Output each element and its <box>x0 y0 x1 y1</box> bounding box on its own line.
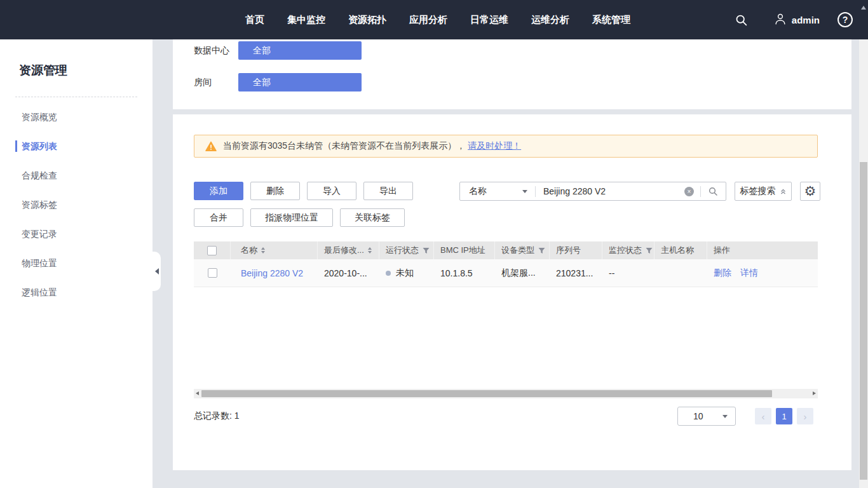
warning-icon <box>205 141 217 152</box>
datacenter-label: 数据中心 <box>194 45 238 57</box>
nav-item-central-monitoring[interactable]: 集中监控 <box>287 14 325 26</box>
toolbar-row-1: 添加 删除 导入 导出 <box>194 182 413 200</box>
sidebar-item-physical-location[interactable]: 物理位置 <box>0 248 153 278</box>
table-header: 名称 最后修改... 运行状态 BMC IP地址 设备类型 序列号 <box>194 241 818 259</box>
row-detail-link[interactable]: 详情 <box>740 268 758 279</box>
resource-name-link[interactable]: Beijing 2280 V2 <box>241 268 303 278</box>
search-category-value: 名称 <box>469 186 487 197</box>
horizontal-scrollbar[interactable] <box>194 389 818 398</box>
scroll-right-icon[interactable] <box>813 391 816 395</box>
sidebar-item-resource-tags[interactable]: 资源标签 <box>0 190 153 219</box>
filter-funnel-icon[interactable] <box>423 247 430 254</box>
search-input[interactable] <box>536 183 684 200</box>
th-device-type[interactable]: 设备类型 <box>495 241 550 259</box>
pagination: ‹ 1 › <box>755 408 813 424</box>
import-button[interactable]: 导入 <box>307 182 356 200</box>
filter-funnel-icon[interactable] <box>538 247 545 254</box>
cell-run-status: 未知 <box>379 268 434 279</box>
merge-button[interactable]: 合并 <box>194 208 243 227</box>
sort-icon[interactable] <box>261 247 265 254</box>
page-1-button[interactable]: 1 <box>776 408 792 424</box>
run-status-label: 未知 <box>396 268 414 279</box>
resource-list-panel: 当前资源有3035台未纳管（未纳管资源不在当前列表展示）， 请及时处理！ 添加 … <box>173 114 851 470</box>
sidebar-collapse-handle[interactable] <box>153 252 161 291</box>
chevron-down-icon <box>722 415 728 418</box>
datacenter-value-all[interactable]: 全部 <box>238 41 362 60</box>
th-bmc-ip: BMC IP地址 <box>434 241 495 259</box>
table-row: Beijing 2280 V2 2020-10-... 未知 10.1.8.5 … <box>194 259 818 287</box>
help-icon[interactable]: ? <box>837 12 853 27</box>
assign-physical-location-button[interactable]: 指派物理位置 <box>250 208 333 227</box>
user-menu[interactable]: admin <box>773 12 820 28</box>
cell-device-type: 机架服... <box>495 268 550 279</box>
th-select-all <box>194 241 231 259</box>
nav-item-app-analysis[interactable]: 应用分析 <box>409 14 447 26</box>
th-run-status[interactable]: 运行状态 <box>379 241 434 259</box>
sidebar: 资源管理 资源概览 资源列表 合规检查 资源标签 变更记录 物理位置 逻辑位置 <box>0 39 153 488</box>
nav-item-resource-topology[interactable]: 资源拓扑 <box>348 14 386 26</box>
gear-icon: ⚙ <box>804 185 817 198</box>
page-size-value: 10 <box>693 411 703 421</box>
search-divider-2 <box>700 186 701 197</box>
sidebar-item-compliance-check[interactable]: 合规检查 <box>0 161 153 190</box>
filter-funnel-icon[interactable] <box>646 247 653 254</box>
alert-handle-link[interactable]: 请及时处理！ <box>468 140 521 152</box>
row-checkbox[interactable] <box>208 268 217 278</box>
vertical-scrollbar-thumb[interactable] <box>860 162 867 480</box>
unmanaged-alert-banner: 当前资源有3035台未纳管（未纳管资源不在当前列表展示）， 请及时处理！ <box>194 135 818 158</box>
room-value-all[interactable]: 全部 <box>238 73 362 92</box>
filter-row-room: 房间 全部 <box>194 73 362 92</box>
alert-message: 当前资源有3035台未纳管（未纳管资源不在当前列表展示）， <box>223 140 465 152</box>
select-all-checkbox[interactable] <box>207 246 217 255</box>
collapse-left-icon <box>155 268 159 274</box>
scroll-up-icon[interactable] <box>861 6 866 10</box>
clear-search-icon[interactable]: × <box>684 187 694 196</box>
column-settings-button[interactable]: ⚙ <box>800 182 820 201</box>
total-records-label: 总记录数: 1 <box>194 410 240 422</box>
sidebar-title: 资源管理 <box>19 62 153 79</box>
search-submit-icon[interactable] <box>708 186 718 196</box>
nav-item-daily-operations[interactable]: 日常运维 <box>470 14 508 26</box>
sidebar-item-resource-list[interactable]: 资源列表 <box>0 132 153 161</box>
horizontal-scrollbar-thumb[interactable] <box>201 390 772 397</box>
filter-panel: 数据中心 全部 房间 全部 <box>173 39 851 109</box>
main-menu: 首页 集中监控 资源拓扑 应用分析 日常运维 运维分析 系统管理 <box>245 0 630 39</box>
page-size-select[interactable]: 10 <box>677 407 736 426</box>
sidebar-item-logical-location[interactable]: 逻辑位置 <box>0 278 153 307</box>
th-name[interactable]: 名称 <box>231 241 318 259</box>
scroll-left-icon[interactable] <box>196 391 199 395</box>
search-category-dropdown[interactable]: 名称 <box>460 186 535 197</box>
nav-item-system-management[interactable]: 系统管理 <box>592 14 630 26</box>
search-controls: 名称 × 标签搜索 ⚙ <box>459 182 820 201</box>
user-icon <box>773 12 787 28</box>
room-label: 房间 <box>194 77 238 88</box>
th-serial-number: 序列号 <box>550 241 602 259</box>
cell-select <box>194 268 231 278</box>
th-last-modified[interactable]: 最后修改... <box>318 241 379 259</box>
filter-row-datacenter: 数据中心 全部 <box>194 41 362 60</box>
global-search-icon[interactable] <box>735 13 748 27</box>
sort-icon[interactable] <box>368 247 372 254</box>
sidebar-divider <box>15 97 137 97</box>
double-chevron-up-icon <box>780 188 787 195</box>
link-tag-button[interactable]: 关联标签 <box>340 208 405 227</box>
sidebar-item-resource-overview[interactable]: 资源概览 <box>0 102 153 132</box>
add-button[interactable]: 添加 <box>194 182 243 200</box>
sidebar-menu: 资源概览 资源列表 合规检查 资源标签 变更记录 物理位置 逻辑位置 <box>0 102 153 307</box>
status-dot-icon <box>386 271 391 276</box>
search-box: 名称 × <box>459 182 726 201</box>
prev-page-button[interactable]: ‹ <box>755 408 771 424</box>
top-navbar: 首页 集中监控 资源拓扑 应用分析 日常运维 运维分析 系统管理 admin ? <box>0 0 868 39</box>
tag-search-button[interactable]: 标签搜索 <box>735 182 792 201</box>
th-monitor-status[interactable]: 监控状态 <box>602 241 654 259</box>
row-delete-link[interactable]: 删除 <box>714 268 731 279</box>
nav-item-home[interactable]: 首页 <box>245 14 264 26</box>
export-button[interactable]: 导出 <box>363 182 413 200</box>
next-page-button[interactable]: › <box>797 408 813 424</box>
vertical-scrollbar[interactable] <box>859 39 868 488</box>
delete-button[interactable]: 删除 <box>250 182 300 200</box>
tag-search-label: 标签搜索 <box>740 186 776 197</box>
cell-name: Beijing 2280 V2 <box>231 268 318 278</box>
sidebar-item-change-records[interactable]: 变更记录 <box>0 219 153 248</box>
nav-item-ops-analysis[interactable]: 运维分析 <box>531 14 569 26</box>
